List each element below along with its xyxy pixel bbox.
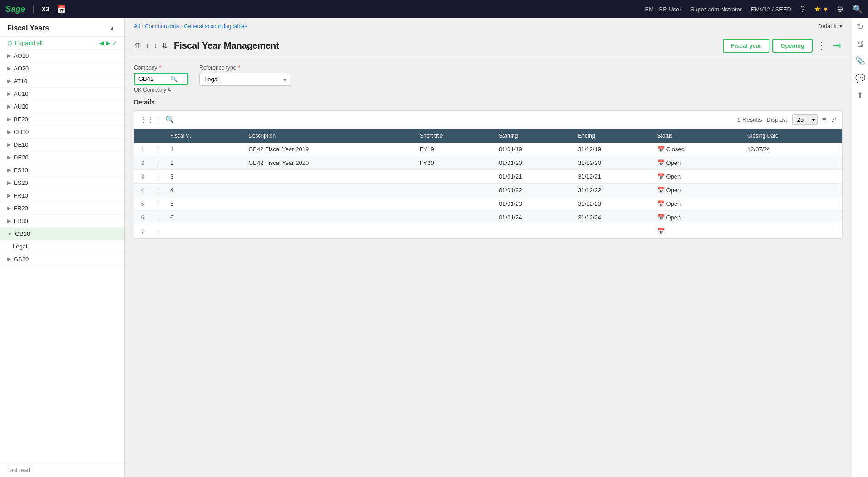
favorites-icon[interactable]: ★ ▾ [814, 4, 828, 14]
row-menu[interactable]: ⋮ [151, 211, 166, 224]
row-menu[interactable]: ⋮ [151, 184, 166, 197]
row-menu[interactable]: ⋮ [151, 156, 166, 170]
more-actions-button[interactable]: ⋮ [815, 38, 828, 53]
col-closing-date[interactable]: Closing Date [743, 129, 842, 143]
sidebar-item-fr10[interactable]: ▶ FR10 [0, 189, 124, 202]
breadcrumb-common-data[interactable]: Common data [145, 23, 179, 30]
sidebar-item-at10[interactable]: ▶ AT10 [0, 75, 124, 88]
refresh-icon[interactable]: ↻ [857, 22, 863, 32]
attachment-icon[interactable]: 📎 [855, 56, 865, 66]
expand-arrow: ▶ [7, 129, 11, 135]
table-search-button[interactable]: 🔍 [165, 115, 174, 124]
expand-arrow: ▶ [7, 91, 11, 97]
col-fiscal-year[interactable]: Fiscal y... [166, 129, 244, 143]
sort-up-button[interactable]: ↑ [144, 40, 150, 50]
sidebar-item-label: AO20 [14, 65, 29, 72]
table-row[interactable]: 5 ⋮ 5 01/01/23 31/12/23 📅Open [134, 197, 842, 211]
breadcrumb-all[interactable]: All [134, 23, 140, 30]
sidebar-item-es10[interactable]: ▶ ES10 [0, 164, 124, 177]
print-icon[interactable]: 🖨 [856, 39, 864, 49]
company-input-wrap[interactable]: 🔍 ⋮ [134, 73, 188, 85]
sort-last-button[interactable]: ⇊ [161, 40, 168, 51]
default-label: Default [818, 23, 837, 30]
sidebar: Fiscal Years ▲ ⊙ Expand all ◀ ▶ ⤢ ▶ AO10… [0, 18, 125, 477]
search-icon[interactable]: 🔍 [853, 4, 863, 14]
expand-arrow: ▶ [7, 104, 11, 109]
sidebar-items: ▶ AO10 ▶ AO20 ▶ AT10 ▶ AU10 ▶ AU20 ▶ BE2… [0, 50, 124, 463]
cell-ending: 31/12/21 [573, 170, 652, 184]
exit-button[interactable]: ⇥ [831, 38, 843, 53]
sidebar-item-ao20[interactable]: ▶ AO20 [0, 62, 124, 75]
sidebar-collapse-button[interactable]: ▲ [107, 24, 117, 33]
col-starting[interactable]: Starting [494, 129, 573, 143]
status-calendar-icon: 📅 [657, 173, 665, 180]
table-row[interactable]: 3 ⋮ 3 01/01/21 31/12/21 📅Open [134, 170, 842, 184]
row-number: 5 [134, 197, 151, 211]
table-row[interactable]: 2 ⋮ 2 GB42 Fiscal Year 2020 FY20 01/01/2… [134, 156, 842, 170]
sidebar-item-label: BE20 [14, 116, 28, 123]
main-content: All › Common data › General accounting t… [125, 18, 852, 477]
help-icon[interactable]: ? [800, 5, 805, 14]
sidebar-item-be20[interactable]: ▶ BE20 [0, 113, 124, 126]
display-select[interactable]: 25 50 100 [792, 114, 818, 125]
sidebar-item-fr20[interactable]: ▶ FR20 [0, 202, 124, 215]
more-input-icon[interactable]: ⋮ [179, 75, 185, 82]
env-label: EMV12 / SEED [751, 6, 791, 13]
cell-status: 📅Closed [653, 143, 743, 156]
expand-icon[interactable]: ⤢ [112, 40, 117, 46]
row-menu[interactable]: ⋮ [151, 170, 166, 184]
fullscreen-button[interactable]: ⤢ [831, 115, 837, 124]
fiscal-year-button[interactable]: Fiscal year [723, 39, 769, 53]
sidebar-item-au10[interactable]: ▶ AU10 [0, 88, 124, 100]
sidebar-item-label: AU20 [14, 103, 29, 110]
table-row[interactable]: 1 ⋮ 1 GB42 Fiscal Year 2019 FY19 01/01/1… [134, 143, 842, 156]
sidebar-item-label: FR30 [14, 218, 28, 224]
cell-description [244, 170, 415, 184]
table-more-button[interactable]: ⋮⋮⋮ [140, 115, 162, 124]
row-menu[interactable]: ⋮ [151, 143, 166, 156]
sidebar-item-gb20[interactable]: ▶ GB20 [0, 253, 124, 266]
opening-button[interactable]: Opening [772, 39, 813, 53]
sort-first-button[interactable]: ⇈ [134, 40, 142, 51]
prev-icon[interactable]: ◀ [99, 40, 104, 46]
sidebar-item-ao10[interactable]: ▶ AO10 [0, 50, 124, 62]
app-name: X3 [42, 5, 49, 13]
col-ending[interactable]: Ending [573, 129, 652, 143]
export-icon[interactable]: ⬆ [857, 90, 863, 100]
col-description[interactable]: Description [244, 129, 415, 143]
company-input[interactable] [138, 75, 170, 82]
status-calendar-icon: 📅 [657, 159, 665, 166]
table-toolbar: ⋮⋮⋮ 🔍 6 Results Display: 25 50 100 ≡ ⤢ [134, 111, 842, 129]
sidebar-item-au20[interactable]: ▶ AU20 [0, 100, 124, 113]
calendar-icon[interactable]: 📅 [57, 5, 66, 14]
sidebar-item-de10[interactable]: ▶ DE10 [0, 139, 124, 151]
table-row[interactable]: 4 ⋮ 4 01/01/22 31/12/22 📅Open [134, 184, 842, 197]
sidebar-item-fr30[interactable]: ▶ FR30 [0, 215, 124, 228]
breadcrumb-general-accounting[interactable]: General accounting tables [184, 23, 247, 30]
col-short-title[interactable]: Short title [415, 129, 494, 143]
col-status[interactable]: Status [653, 129, 743, 143]
globe-icon[interactable]: ⊕ [837, 4, 843, 14]
sidebar-item-ch10[interactable]: ▶ CH10 [0, 126, 124, 139]
row-menu[interactable]: ⋮ [151, 224, 166, 238]
sidebar-item-gb10[interactable]: ▼ GB10 [0, 228, 124, 240]
right-panel: ↻ 🖨 📎 💬 ⬆ [852, 18, 868, 477]
table-row[interactable]: 6 ⋮ 6 01/01/24 31/12/24 📅Open [134, 211, 842, 224]
ref-type-select[interactable]: Legal Statutory Management [199, 73, 290, 86]
dropdown-icon[interactable]: ▾ [839, 23, 843, 30]
next-icon[interactable]: ▶ [106, 40, 110, 46]
sidebar-expand-all[interactable]: ⊙ Expand all ◀ ▶ ⤢ [0, 37, 124, 50]
sidebar-item-label: FR20 [14, 205, 28, 212]
company-label: Company * [134, 65, 188, 71]
search-input-icon[interactable]: 🔍 [170, 75, 178, 82]
sort-down-button[interactable]: ↓ [153, 40, 158, 50]
cell-short-title [415, 170, 494, 184]
sidebar-footer: Last read [0, 463, 124, 477]
comment-icon[interactable]: 💬 [855, 73, 865, 83]
sidebar-item-legal[interactable]: Legal [0, 240, 124, 253]
row-menu[interactable]: ⋮ [151, 197, 166, 211]
sidebar-item-de20[interactable]: ▶ DE20 [0, 151, 124, 164]
table-row[interactable]: 7 ⋮ 📅 [134, 224, 842, 238]
group-button[interactable]: ≡ [822, 116, 826, 124]
sidebar-item-es20[interactable]: ▶ ES20 [0, 177, 124, 189]
